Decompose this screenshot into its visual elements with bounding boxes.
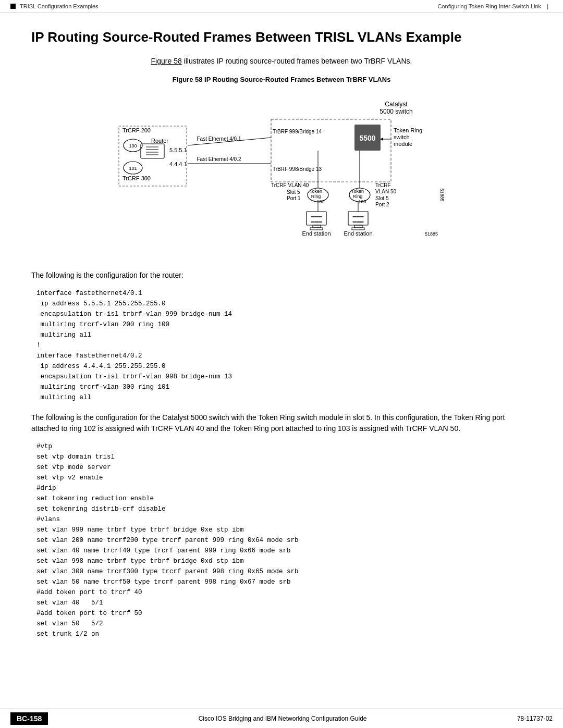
catalyst-label: Catalyst: [385, 101, 408, 108]
trbrf998-label: TrBRF 998/Bridge 13: [273, 166, 322, 172]
trcrf300-label: TrCRF 300: [123, 175, 151, 181]
footer-center-text: Cisco IOS Bridging and IBM Networking Co…: [199, 715, 367, 722]
breadcrumb: TRISL Configuration Examples: [20, 3, 99, 9]
end-station2-label: End station: [344, 230, 372, 237]
bottom-footer: BC-158 Cisco IOS Bridging and IBM Networ…: [0, 709, 563, 728]
page-number: BC-158: [10, 712, 48, 725]
ring-label1: Ring: [311, 194, 321, 199]
vlan50-label: VLAN 50: [375, 189, 396, 194]
computer1-base: [313, 225, 321, 228]
computer1-screen: [307, 212, 326, 225]
router-label: Router: [151, 138, 168, 144]
trbrf999-label: TrBRF 999/Bridge 14: [273, 129, 322, 134]
computer1-detail: ▬▬▬: [311, 219, 322, 223]
fe402-label: Fast Ethernet 4/0.2: [197, 156, 241, 162]
trcrf-vlan50-label: TrCRF: [375, 182, 391, 188]
token-ring-sub2: module: [394, 141, 412, 147]
token-ring-label: Token Ring: [394, 127, 422, 133]
computer2-detail: ▬▬▬: [353, 219, 364, 223]
computer2-base: [354, 225, 362, 228]
ip2-label: 4.4.4.1: [169, 161, 187, 167]
trcrf200-label: TrCRF 200: [123, 127, 151, 133]
intro-desc: illustrates IP routing source-routed fra…: [182, 57, 412, 65]
ip1-label: 5.5.5.1: [169, 147, 187, 153]
fig-number-rotated: 51885: [439, 188, 445, 201]
header-left: TRISL Configuration Examples: [10, 3, 99, 9]
computer2-stand: [352, 228, 364, 230]
ring-label2: Ring: [353, 194, 363, 199]
diagram-container: Catalyst 5000 switch 5500 Token Ring swi…: [31, 91, 532, 257]
catalyst-sub: 5000 switch: [380, 108, 412, 115]
top-header: TRISL Configuration Examples Configuring…: [0, 0, 563, 13]
computer2-screen: [348, 212, 368, 225]
main-content: IP Routing Source-Routed Frames Between …: [0, 13, 563, 709]
ring103-label: 103: [358, 199, 366, 204]
switch-label: 5500: [359, 134, 375, 142]
header-right-text: Configuring Token Ring Inter-Switch Link: [438, 3, 542, 9]
body-text-2: The following is the configuration for t…: [31, 412, 532, 434]
computer1-screen-text: ▬▬▬: [311, 214, 322, 218]
footer-right-text: 78-11737-02: [517, 715, 553, 722]
code-block-2: #vtp set vtp domain trisl set vtp mode s…: [31, 441, 532, 639]
figure-caption: Figure 58 IP Routing Source-Routed Frame…: [31, 76, 532, 83]
trcrf-vlan40-label: TrCRF VLAN 40: [271, 182, 309, 188]
header-right: Configuring Token Ring Inter-Switch Link…: [438, 3, 553, 9]
header-icon: [10, 4, 16, 9]
computer2-screen-text: ▬▬▬: [353, 214, 364, 218]
ring100-label: 100: [129, 143, 137, 149]
computer1-stand: [310, 228, 323, 230]
token-label2: Token: [351, 189, 364, 194]
code-block-1: interface fastethernet4/0.1 ip address 5…: [31, 288, 532, 403]
port1-label: Port 1: [287, 195, 301, 201]
router-icon: [141, 144, 164, 158]
header-separator: |: [547, 3, 548, 9]
network-diagram: Catalyst 5000 switch 5500 Token Ring swi…: [94, 91, 469, 257]
slot5-port2-label: Slot 5: [375, 195, 389, 201]
port2-label: Port 2: [375, 202, 389, 207]
end-station1-label: End station: [302, 230, 331, 237]
page-title: IP Routing Source-Routed Frames Between …: [31, 29, 532, 46]
slot5-label: Slot 5: [287, 189, 300, 195]
token-label1: Token: [310, 189, 322, 194]
fig-number: 51885: [425, 231, 438, 237]
diagram-svg-wrap: Catalyst 5000 switch 5500 Token Ring swi…: [31, 91, 532, 257]
figure-ref-link[interactable]: Figure 58: [151, 57, 182, 65]
token-ring-sub: switch: [394, 134, 410, 140]
intro-paragraph: Figure 58 illustrates IP routing source-…: [31, 57, 532, 65]
body-text-1: The following is the configuration for t…: [31, 270, 532, 281]
fe401-label: Fast Ethernet 4/0.1: [197, 136, 241, 142]
ring101-label: 101: [129, 166, 137, 171]
page-wrapper: TRISL Configuration Examples Configuring…: [0, 0, 563, 728]
